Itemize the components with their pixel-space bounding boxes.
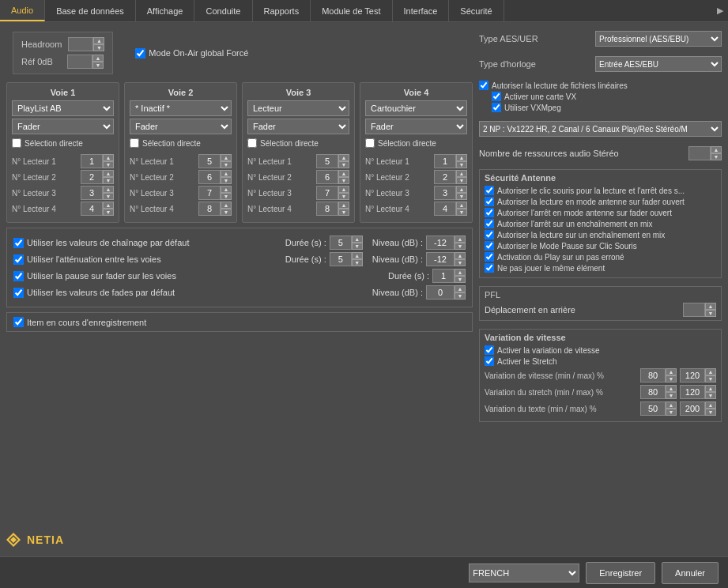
- lecteur-up-2-1[interactable]: ▲: [221, 154, 232, 161]
- opt-niv-dn-0[interactable]: ▼: [455, 243, 466, 250]
- item-enreg-checkbox[interactable]: [13, 317, 24, 327]
- option-duree-2[interactable]: [432, 269, 455, 283]
- lecteur-down-1-4[interactable]: ▼: [103, 209, 114, 216]
- ref-down[interactable]: ▼: [92, 62, 104, 69]
- option-niveau-1[interactable]: [426, 252, 455, 266]
- lecteur-up-4-3[interactable]: ▲: [456, 186, 467, 193]
- securite-cb-6[interactable]: [485, 252, 494, 262]
- option-niveau-3[interactable]: [426, 285, 455, 300]
- voie-source-select-1[interactable]: PlayList AB: [12, 100, 114, 116]
- nav-next-arrow[interactable]: ▶: [712, 0, 728, 21]
- option-niveau-0[interactable]: [426, 236, 455, 250]
- voie-mode-select-1[interactable]: Fader: [12, 119, 114, 134]
- opt-niv-up-1[interactable]: ▲: [455, 252, 466, 259]
- lecteur-up-1-1[interactable]: ▲: [103, 154, 114, 161]
- nav-interface[interactable]: Interface: [393, 0, 450, 21]
- opt-dur-up-1[interactable]: ▲: [352, 252, 363, 259]
- lecteur-down-4-3[interactable]: ▼: [456, 193, 467, 200]
- lecteur-up-3-3[interactable]: ▲: [338, 186, 349, 193]
- lecteur-down-2-4[interactable]: ▼: [221, 209, 232, 216]
- option-cb-2[interactable]: [13, 271, 24, 281]
- lecteur-input-1-2[interactable]: [81, 170, 103, 184]
- var-max-up-0[interactable]: ▲: [705, 368, 716, 375]
- lecteur-up-1-4[interactable]: ▲: [103, 202, 114, 209]
- lecteur-input-2-2[interactable]: [198, 170, 221, 184]
- card-select[interactable]: 2 NP : Vx1222 HR, 2 Canal / 6 Canaux Pla…: [479, 121, 722, 137]
- lecteur-input-4-3[interactable]: [434, 186, 456, 200]
- nav-base-de-donnees[interactable]: Base de données: [45, 0, 136, 21]
- option-cb-1[interactable]: [13, 254, 24, 265]
- lecteur-down-3-4[interactable]: ▼: [338, 209, 349, 216]
- securite-cb-2[interactable]: [485, 208, 494, 217]
- var-min-dn-2[interactable]: ▼: [666, 409, 677, 416]
- opt-niv-up-0[interactable]: ▲: [455, 236, 466, 243]
- option-cb-3[interactable]: [13, 288, 24, 298]
- voie-mode-select-3[interactable]: Fader: [247, 119, 349, 134]
- var-min-0[interactable]: [640, 368, 666, 383]
- lecteur-input-4-2[interactable]: [434, 170, 456, 184]
- nav-securite[interactable]: Sécurité: [449, 0, 504, 21]
- opt-dur-dn-1[interactable]: ▼: [352, 259, 363, 266]
- language-select[interactable]: FRENCH: [469, 564, 579, 582]
- right-cb-1[interactable]: [492, 92, 501, 101]
- voie-sel-directe-4[interactable]: [365, 138, 375, 148]
- lecteur-down-2-3[interactable]: ▼: [221, 193, 232, 200]
- type-aes-select[interactable]: Professionnel (AES/EBU): [595, 31, 722, 47]
- var-min-2[interactable]: [640, 401, 666, 416]
- nombre-up[interactable]: ▲: [711, 146, 722, 153]
- nav-rapports[interactable]: Rapports: [253, 0, 311, 21]
- lecteur-input-2-1[interactable]: [198, 154, 221, 168]
- variation-cb-0[interactable]: [485, 345, 494, 355]
- var-max-dn-2[interactable]: ▼: [705, 409, 716, 416]
- var-max-up-2[interactable]: ▲: [705, 401, 716, 409]
- var-max-dn-0[interactable]: ▼: [705, 375, 716, 383]
- nav-audio[interactable]: Audio: [0, 0, 45, 21]
- opt-niv-up-3[interactable]: ▲: [455, 285, 466, 292]
- deplace-input[interactable]: 6: [683, 303, 705, 317]
- lecteur-down-3-2[interactable]: ▼: [338, 177, 349, 184]
- right-cb-0[interactable]: [479, 81, 488, 90]
- lecteur-down-2-1[interactable]: ▼: [221, 161, 232, 168]
- var-min-1[interactable]: [640, 385, 666, 399]
- opt-dur-dn-2[interactable]: ▼: [455, 276, 466, 283]
- voie-sel-directe-2[interactable]: [130, 138, 139, 148]
- var-min-up-2[interactable]: ▲: [666, 401, 677, 409]
- var-max-dn-1[interactable]: ▼: [705, 392, 716, 399]
- headroom-input[interactable]: 7: [68, 37, 93, 51]
- lecteur-up-4-4[interactable]: ▲: [456, 202, 467, 209]
- option-cb-0[interactable]: [13, 238, 24, 248]
- nav-affichage[interactable]: Affichage: [136, 0, 195, 21]
- lecteur-down-2-2[interactable]: ▼: [221, 177, 232, 184]
- var-min-dn-1[interactable]: ▼: [666, 392, 677, 399]
- variation-cb-1[interactable]: [485, 356, 494, 366]
- var-min-dn-0[interactable]: ▼: [666, 375, 677, 383]
- lecteur-input-2-3[interactable]: [198, 186, 221, 200]
- ref-up[interactable]: ▲: [92, 55, 104, 62]
- ref-input[interactable]: 0: [67, 55, 92, 69]
- nav-conduite[interactable]: Conduite: [194, 0, 252, 21]
- nav-module-de-test[interactable]: Module de Test: [311, 0, 392, 21]
- var-max-0[interactable]: [680, 368, 705, 383]
- voie-source-select-3[interactable]: Lecteur: [247, 100, 349, 116]
- var-max-2[interactable]: [680, 401, 705, 416]
- headroom-up[interactable]: ▲: [93, 37, 104, 44]
- option-duree-1[interactable]: [330, 252, 352, 266]
- lecteur-up-2-2[interactable]: ▲: [221, 170, 232, 177]
- deplace-down[interactable]: ▼: [705, 310, 716, 317]
- lecteur-down-4-1[interactable]: ▼: [456, 161, 467, 168]
- lecteur-up-4-2[interactable]: ▲: [456, 170, 467, 177]
- lecteur-input-1-1[interactable]: [81, 154, 103, 168]
- deplace-up[interactable]: ▲: [705, 303, 716, 310]
- type-horloge-select[interactable]: Entrée AES/EBU: [595, 56, 722, 72]
- lecteur-down-3-1[interactable]: ▼: [338, 161, 349, 168]
- cancel-button[interactable]: Annuler: [662, 562, 719, 584]
- securite-cb-3[interactable]: [485, 219, 494, 228]
- lecteur-input-1-4[interactable]: [81, 202, 103, 216]
- lecteur-input-3-4[interactable]: [316, 202, 338, 216]
- lecteur-input-3-3[interactable]: [316, 186, 338, 200]
- lecteur-up-1-3[interactable]: ▲: [103, 186, 114, 193]
- lecteur-input-4-4[interactable]: [434, 202, 456, 216]
- var-min-up-0[interactable]: ▲: [666, 368, 677, 375]
- opt-dur-dn-0[interactable]: ▼: [352, 243, 363, 250]
- var-min-up-1[interactable]: ▲: [666, 385, 677, 392]
